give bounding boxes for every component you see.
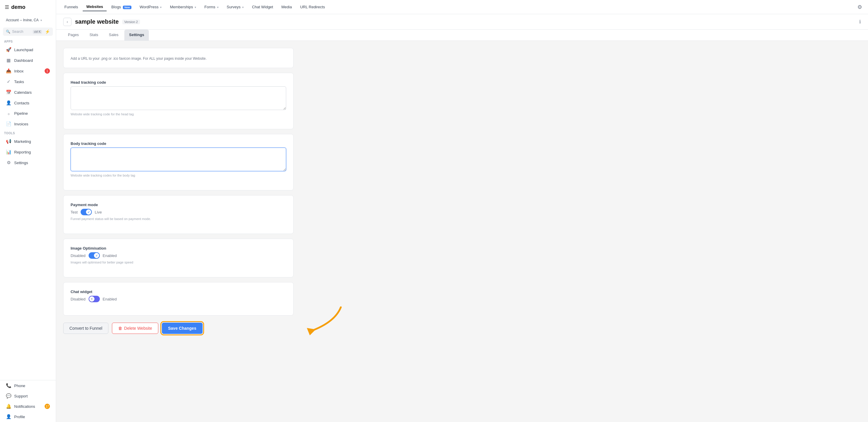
info-icon[interactable]: ℹ: [859, 19, 861, 24]
sidebar-bottom: 📞 Phone 💬 Support 🔔 Notifications 17 👤 P…: [0, 380, 56, 422]
dashboard-label: Dashboard: [14, 58, 33, 63]
reporting-icon: 📊: [6, 149, 11, 154]
sidebar-item-calendars[interactable]: 📅 Calendars: [2, 87, 54, 97]
sidebar-item-pipeline[interactable]: ⬦ Pipeline: [2, 109, 54, 118]
settings-label: Settings: [14, 161, 28, 165]
settings-panel: Add a URL to your .png or .ico favicon i…: [63, 48, 293, 415]
tasks-label: Tasks: [14, 80, 24, 84]
settings-gear-icon[interactable]: ⚙: [856, 3, 863, 11]
chat-enabled-label: Enabled: [103, 297, 117, 301]
tab-stats[interactable]: Stats: [85, 30, 103, 40]
topnav-websites[interactable]: Websites: [83, 3, 106, 11]
menu-icon[interactable]: ☰: [5, 4, 9, 10]
sidebar-item-launchpad[interactable]: 🚀 Launchpad: [2, 45, 54, 55]
search-bar[interactable]: 🔍 Search ctrl K ⚡: [3, 28, 53, 36]
main-area: Funnels Websites Blogs New WordPress ▾ M…: [56, 0, 868, 422]
app-logo: ☰ demo: [0, 0, 56, 15]
favicon-card: Add a URL to your .png or .ico favicon i…: [63, 48, 293, 68]
payment-mode-knob: ✓: [86, 209, 91, 215]
topnav-url-redirects[interactable]: URL Redirects: [297, 3, 329, 11]
invoices-icon: 📄: [6, 121, 11, 126]
topnav-surveys[interactable]: Surveys ▾: [223, 3, 247, 11]
image-disabled-label: Disabled: [70, 253, 86, 258]
body-tracking-group: Body tracking code Website wide tracking…: [70, 141, 286, 177]
head-tracking-hint: Website wide tracking code for the head …: [70, 112, 286, 116]
page-header: ‹ sample website Version 2 ℹ: [56, 14, 868, 30]
launchpad-icon: 🚀: [6, 47, 11, 52]
tab-settings[interactable]: Settings: [124, 30, 149, 40]
svg-marker-0: [307, 328, 316, 335]
topnav-forms[interactable]: Forms ▾: [201, 3, 222, 11]
arrow-annotation: [288, 304, 347, 340]
sidebar-item-phone[interactable]: 📞 Phone: [2, 381, 54, 391]
sidebar: ☰ demo Account -- Irvine, CA ▾ 🔍 Search …: [0, 0, 56, 422]
head-tracking-input[interactable]: [70, 86, 286, 110]
body-tracking-hint: Website wide tracking codes for the body…: [70, 174, 286, 177]
sidebar-item-settings[interactable]: ⚙ Settings: [2, 158, 54, 168]
image-enabled-label: Enabled: [103, 253, 117, 258]
wordpress-label: WordPress: [140, 5, 159, 9]
calendars-label: Calendars: [14, 90, 32, 95]
inbox-badge: 1: [44, 68, 50, 74]
sidebar-item-invoices[interactable]: 📄 Invoices: [2, 119, 54, 129]
contacts-label: Contacts: [14, 101, 29, 105]
payment-mode-toggle[interactable]: ✓: [81, 209, 92, 215]
topnav-wordpress[interactable]: WordPress ▾: [136, 3, 165, 11]
scrollbar-area: [301, 48, 304, 415]
sidebar-item-contacts[interactable]: 👤 Contacts: [2, 98, 54, 108]
notifications-label: Notifications: [14, 404, 35, 409]
topnav-right: ⚙: [856, 3, 863, 11]
tasks-icon: ✓: [6, 79, 11, 84]
page-title: sample website: [75, 18, 119, 25]
back-button[interactable]: ‹: [63, 18, 71, 26]
chat-widget-toggle[interactable]: ✕: [89, 296, 100, 302]
image-optimisation-toggle[interactable]: ✓: [89, 252, 100, 259]
account-selector[interactable]: Account -- Irvine, CA ▾: [2, 16, 54, 25]
topnav-funnels[interactable]: Funnels: [61, 3, 82, 11]
image-toggle-check-icon: ✓: [95, 254, 98, 257]
marketing-icon: 📢: [6, 139, 11, 144]
sidebar-item-notifications[interactable]: 🔔 Notifications 17: [2, 401, 54, 411]
chat-widget-label: Chat widget: [70, 289, 286, 294]
delete-website-button[interactable]: 🗑 Delete Website: [112, 322, 158, 334]
settings-content: Add a URL to your .png or .ico favicon i…: [56, 41, 868, 422]
sidebar-item-profile[interactable]: 👤 Profile: [2, 412, 54, 422]
tab-pages[interactable]: Pages: [63, 30, 84, 40]
topnav-chat-widget[interactable]: Chat Widget: [248, 3, 277, 11]
contacts-icon: 👤: [6, 100, 11, 106]
save-changes-button[interactable]: Save Changes: [162, 322, 203, 334]
topnav-memberships[interactable]: Memberships ▾: [166, 3, 200, 11]
apps-section-label: Apps: [0, 37, 56, 44]
topnav-blogs[interactable]: Blogs New: [108, 3, 135, 11]
wordpress-chevron-icon: ▾: [160, 6, 161, 9]
convert-to-funnel-button[interactable]: Convert to Funnel: [63, 322, 108, 334]
memberships-label: Memberships: [170, 5, 193, 9]
tab-sales[interactable]: Sales: [104, 30, 123, 40]
forms-label: Forms: [205, 5, 215, 9]
image-optimisation-knob: ✓: [94, 253, 99, 258]
payment-mode-group: Payment mode Test ✓ Live Funnel payment …: [70, 203, 286, 221]
support-icon: 💬: [6, 393, 11, 399]
surveys-label: Surveys: [227, 5, 241, 9]
notifications-icon: 🔔: [6, 404, 11, 409]
topnav-media[interactable]: Media: [278, 3, 295, 11]
inbox-icon: 📥: [6, 68, 11, 74]
body-tracking-label: Body tracking code: [70, 141, 286, 146]
sidebar-item-marketing[interactable]: 📢 Marketing: [2, 136, 54, 146]
blogs-badge: New: [123, 6, 131, 9]
blogs-label: Blogs: [111, 5, 121, 9]
marketing-label: Marketing: [14, 139, 31, 144]
body-tracking-input[interactable]: [70, 147, 286, 171]
action-row: Convert to Funnel 🗑 Delete Website Save …: [63, 322, 293, 334]
sidebar-item-dashboard[interactable]: ▦ Dashboard: [2, 55, 54, 65]
sidebar-item-tasks[interactable]: ✓ Tasks: [2, 77, 54, 87]
sidebar-item-support[interactable]: 💬 Support: [2, 391, 54, 401]
chat-widget-group: Chat widget Disabled ✕ Enabled: [70, 289, 286, 302]
sidebar-item-inbox[interactable]: 📥 Inbox 1: [2, 66, 54, 76]
sidebar-item-reporting[interactable]: 📊 Reporting: [2, 147, 54, 157]
account-name: Account -- Irvine, CA: [6, 18, 39, 22]
page-header-right: ℹ: [859, 19, 861, 25]
logo-text: demo: [11, 4, 25, 10]
payment-test-label: Test: [70, 210, 78, 215]
toggle-check-icon: ✓: [87, 210, 90, 214]
